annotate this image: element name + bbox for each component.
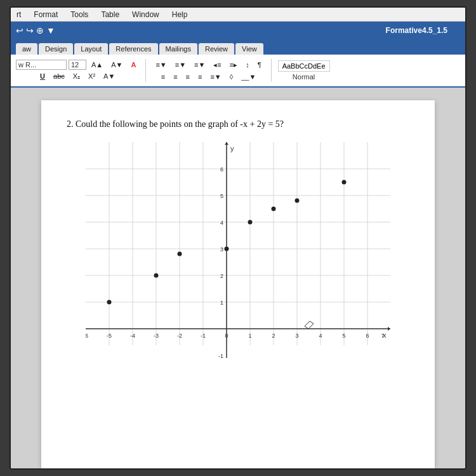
font-row2: U abc X₂ X² A▼ xyxy=(37,71,118,82)
tab-view[interactable]: View xyxy=(235,43,263,55)
svg-text:0: 0 xyxy=(225,333,228,339)
tab-design[interactable]: Design xyxy=(39,43,73,55)
question-text: 2. Could the following be points on the … xyxy=(67,119,409,129)
svg-text:6: 6 xyxy=(366,333,369,339)
print-icon[interactable]: ⊕ xyxy=(36,25,44,36)
para-row1: ≡▼ ≡▼ ≡▼ ◂≡ ≡▸ ↕ ¶ xyxy=(152,60,264,70)
line-spacing-button[interactable]: ≡▼ xyxy=(207,72,224,82)
menu-item-help[interactable]: Help xyxy=(170,10,190,20)
svg-point-43 xyxy=(154,274,159,278)
svg-line-50 xyxy=(305,321,310,326)
svg-text:5: 5 xyxy=(342,333,345,339)
document-area: 2. Could the following be points on the … xyxy=(11,88,465,468)
tab-mailings[interactable]: Mailings xyxy=(159,43,197,55)
svg-text:-5: -5 xyxy=(107,333,112,339)
graph-container: x y -6 -5 -4 -3 -2 -1 0 1 xyxy=(67,142,409,358)
ribbon-divider-1 xyxy=(145,59,146,82)
svg-point-49 xyxy=(342,180,347,185)
menu-item-format[interactable]: Format xyxy=(32,10,60,20)
shading-button[interactable]: ◊ xyxy=(227,72,236,82)
tab-review[interactable]: Review xyxy=(199,43,234,55)
redo-icon[interactable]: ↪ xyxy=(26,25,34,36)
align-center-button[interactable]: ≡ xyxy=(170,72,180,82)
svg-text:3: 3 xyxy=(295,333,298,339)
svg-point-47 xyxy=(272,207,276,211)
svg-line-51 xyxy=(310,321,314,324)
laptop-screen: rt Format Tools Table Window Help ↩ ↪ ⊕ … xyxy=(10,6,466,470)
y-axis-label: y xyxy=(230,145,234,152)
decrease-indent-button[interactable]: ◂≡ xyxy=(210,60,224,70)
svg-text:1: 1 xyxy=(248,333,251,339)
undo-icon[interactable]: ↩ xyxy=(16,25,23,36)
styles-section: AaBbCcDdEe Normal xyxy=(278,60,330,81)
menu-item-window[interactable]: Window xyxy=(130,10,161,20)
style-example[interactable]: AaBbCcDdEe xyxy=(278,60,330,72)
multilevel-button[interactable]: ≡▼ xyxy=(191,60,208,70)
justify-button[interactable]: ≡ xyxy=(195,72,205,82)
ribbon-tabs: aw Design Layout References Mailings Rev… xyxy=(11,39,465,55)
superscript-button[interactable]: X² xyxy=(85,71,98,81)
tab-references[interactable]: References xyxy=(109,43,157,55)
svg-text:2: 2 xyxy=(220,273,223,279)
tab-layout[interactable]: Layout xyxy=(74,43,108,55)
svg-text:-3: -3 xyxy=(154,333,159,339)
svg-text:-1: -1 xyxy=(201,333,206,339)
svg-text:-6: -6 xyxy=(86,333,88,339)
svg-point-42 xyxy=(107,300,112,305)
font-size-input[interactable]: 12 xyxy=(69,60,86,70)
menu-bar: rt Format Tools Table Window Help xyxy=(11,8,465,22)
borders-button[interactable]: __▼ xyxy=(238,72,259,82)
svg-text:6: 6 xyxy=(220,166,223,173)
svg-point-45 xyxy=(225,247,229,251)
svg-text:4: 4 xyxy=(220,220,223,226)
svg-text:-2: -2 xyxy=(177,333,182,339)
font-section: w R... 12 A▲ A▼ A U abc X₂ X² A▼ xyxy=(16,60,139,82)
sort-button[interactable]: ↕ xyxy=(242,60,253,70)
coordinate-graph: x y -6 -5 -4 -3 -2 -1 0 1 xyxy=(86,142,390,358)
svg-point-46 xyxy=(248,220,253,225)
increase-indent-button[interactable]: ≡▸ xyxy=(227,60,241,70)
toolbar-row1: ↩ ↪ ⊕ ▼ Formative4.5_1.5 xyxy=(11,22,465,39)
para-row2: ≡ ≡ ≡ ≡ ≡▼ ◊ __▼ xyxy=(158,72,260,82)
align-left-button[interactable]: ≡ xyxy=(158,72,168,82)
svg-text:4: 4 xyxy=(319,333,322,339)
screen-bezel: rt Format Tools Table Window Help ↩ ↪ ⊕ … xyxy=(0,0,476,476)
document-page: 2. Could the following be points on the … xyxy=(41,100,435,468)
svg-text:1: 1 xyxy=(220,300,223,306)
menu-item-rt[interactable]: rt xyxy=(15,10,23,20)
subscript-button[interactable]: X₂ xyxy=(70,71,83,82)
paragraph-mark-button[interactable]: ¶ xyxy=(255,60,265,70)
svg-text:7: 7 xyxy=(381,333,384,339)
tab-aw[interactable]: aw xyxy=(16,43,37,55)
svg-text:-1: -1 xyxy=(218,353,223,358)
x-tick-labels: -6 -5 -4 -3 -2 -1 0 1 2 3 4 5 6 xyxy=(86,333,385,339)
font-name-input[interactable]: w R... xyxy=(16,60,67,70)
menu-item-table[interactable]: Table xyxy=(99,10,121,20)
align-right-button[interactable]: ≡ xyxy=(183,72,193,82)
style-name: Normal xyxy=(293,73,315,81)
ribbon-content: w R... 12 A▲ A▼ A U abc X₂ X² A▼ ≡ xyxy=(11,55,465,88)
svg-text:-4: -4 xyxy=(130,333,135,339)
svg-text:3: 3 xyxy=(220,246,223,253)
dropdown-icon[interactable]: ▼ xyxy=(46,25,55,36)
svg-line-52 xyxy=(308,324,314,329)
menu-item-tools[interactable]: Tools xyxy=(69,10,90,20)
highlight-button[interactable]: A▼ xyxy=(100,71,118,81)
x-axis-arrow xyxy=(388,327,390,331)
ribbon-divider-2 xyxy=(271,59,272,82)
cursor-indicator xyxy=(305,321,314,329)
quick-icons: ↩ ↪ ⊕ ▼ xyxy=(16,25,55,36)
svg-point-44 xyxy=(178,252,182,256)
paragraph-section: ≡▼ ≡▼ ≡▼ ◂≡ ≡▸ ↕ ¶ ≡ ≡ ≡ ≡ ≡▼ ◊ __▼ xyxy=(152,60,264,82)
underline-button[interactable]: U xyxy=(37,71,48,81)
svg-point-48 xyxy=(295,199,300,203)
bullets-button[interactable]: ≡▼ xyxy=(152,60,169,70)
numbering-button[interactable]: ≡▼ xyxy=(172,60,189,70)
y-axis-arrow xyxy=(225,142,228,145)
shrink-font-button[interactable]: A▼ xyxy=(108,60,126,70)
svg-text:2: 2 xyxy=(272,333,275,339)
grow-font-button[interactable]: A▲ xyxy=(88,60,106,70)
strikethrough-button[interactable]: abc xyxy=(50,71,68,81)
font-color-btn[interactable]: A xyxy=(128,60,139,70)
toolbar-area: ↩ ↪ ⊕ ▼ Formative4.5_1.5 aw Design Layou… xyxy=(11,22,465,55)
